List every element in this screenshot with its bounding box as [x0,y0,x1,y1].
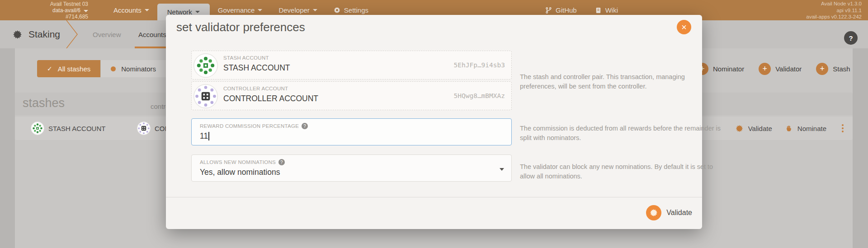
button-label: Nominator [713,65,744,73]
toggle-label: Nominators [121,65,156,73]
question-icon: ? [849,34,853,42]
page-title: Staking [28,29,60,40]
nominations-help-text: The validator can block any new nominati… [520,162,721,181]
wiki-link[interactable]: Wiki [595,6,618,14]
controller-address: 5HQwg8…mBMXAz [454,92,505,99]
screen: Avail Testnet 03 data-avail/6 #714,685 A… [0,0,868,248]
submit-label: Validate [666,209,692,217]
field-label: STASH ACCOUNT [223,55,269,61]
footer-divider [166,197,702,197]
validate-burst-icon [646,205,661,220]
table-title: stashes [23,96,65,110]
menu-label: Settings [344,6,368,14]
filter-all-stashes[interactable]: ✓ All stashes [37,60,101,77]
api-version: api v9.11.1 [806,7,862,14]
active-tab-underline [135,47,167,48]
controller-identicon [137,122,151,135]
chevron-down-icon [313,9,317,11]
chevron-down-icon [258,9,262,11]
validate-burst-icon [736,125,743,132]
wiki-label: Wiki [605,6,618,14]
apps-version: avail-apps v0.122.3-242 [806,14,862,20]
stash-account-value: STASH ACCOUNT [223,63,290,73]
commission-help-text: The commission is deducted from all rewa… [520,124,721,143]
stash-account-name: STASH ACCOUNT [48,125,105,132]
chevron-down-icon [145,9,149,11]
chevron-down-icon [195,11,200,13]
nominations-selected-value: Yes, allow nominations [200,168,280,177]
row-nominate-button[interactable]: Nominate [786,125,826,132]
filter-nominators[interactable]: Nominators [101,60,166,77]
help-tooltip-icon[interactable]: ? [278,159,285,165]
stash-account-cell[interactable]: STASH ACCOUNT [31,117,105,140]
validate-submit-button[interactable]: Validate [646,205,692,221]
accounts-help-text: The stash and controller pair. This tran… [520,72,721,91]
toggle-label: All stashes [58,65,91,73]
stash-identicon [31,122,44,135]
modal-title: set validator preferences [176,20,305,34]
radio-dot-icon [111,66,116,71]
github-label: GitHub [556,6,577,14]
breadcrumb: Staking [13,20,60,48]
button-label: Validator [775,65,802,73]
allows-nominations-dropdown[interactable]: ALLOWS NEW NOMINATIONS ? Yes, allow nomi… [191,154,512,182]
tab-accounts[interactable]: Accounts [138,20,166,48]
menu-accounts[interactable]: Accounts [105,0,157,20]
help-tooltip-icon[interactable]: ? [302,123,308,129]
gear-icon [334,7,340,14]
menu-label: Governance [218,6,255,14]
add-validator-button[interactable]: + Validator [759,63,802,75]
chain-name: Avail Testnet 03 [25,1,88,7]
controller-account-field: CONTROLLER ACCOUNT CONTROLLER ACCOUNT 5H… [191,81,512,110]
plus-icon: + [759,63,771,75]
chevron-down-icon [500,168,504,171]
git-branch-icon [545,7,552,14]
block-number: #714,685 [25,14,88,20]
hand-icon [786,125,793,132]
node-name: Avail Node v1.3.0 [806,0,862,7]
stash-account-field: STASH ACCOUNT STASH ACCOUNT 5EhJFp…9i4sb… [191,51,512,80]
commission-input-value: 11 [200,131,209,141]
stash-address: 5EhJFp…9i4sb3 [454,61,505,69]
add-stash-button[interactable]: + Stash [816,63,850,75]
row-validate-button[interactable]: Validate [736,125,772,132]
action-label: Validate [748,125,772,132]
controller-account-value: CONTROLLER ACCOUNT [223,94,318,103]
chain-spec: data-avail/6 [25,7,88,14]
text-cursor [208,132,209,140]
staking-icon [13,30,22,39]
plus-icon: + [816,63,828,75]
tab-overview[interactable]: Overview [93,20,121,48]
breadcrumb-chevron-icon [66,20,79,48]
check-icon: ✓ [47,65,52,72]
row-menu-ellipsis-icon[interactable] [840,122,845,134]
menu-label: Developer [278,6,309,14]
menu-label: Accounts [113,6,142,14]
chevron-down-icon [84,10,88,12]
action-label: Nominate [797,125,826,132]
button-label: Stash [833,65,850,73]
help-button[interactable]: ? [844,31,858,45]
book-icon [595,7,602,14]
close-button[interactable]: × [677,20,691,34]
node-version-info: Avail Node v1.3.0 api v9.11.1 avail-apps… [806,0,862,20]
row-actions: Validate Nominate [736,117,845,140]
github-link[interactable]: GitHub [545,6,577,14]
field-label: CONTROLLER ACCOUNT [223,86,288,91]
stash-identicon [193,53,218,78]
reward-commission-field[interactable]: REWARD COMMISSION PERCENTAGE ? 11 [191,118,512,145]
set-validator-preferences-modal: set validator preferences × STASH ACCOUN… [166,15,702,229]
field-label: REWARD COMMISSION PERCENTAGE ? [200,123,308,129]
chain-info[interactable]: Avail Testnet 03 data-avail/6 #714,685 [25,1,88,20]
field-label: ALLOWS NEW NOMINATIONS ? [200,159,285,165]
close-icon: × [681,22,687,33]
controller-identicon [193,84,218,108]
